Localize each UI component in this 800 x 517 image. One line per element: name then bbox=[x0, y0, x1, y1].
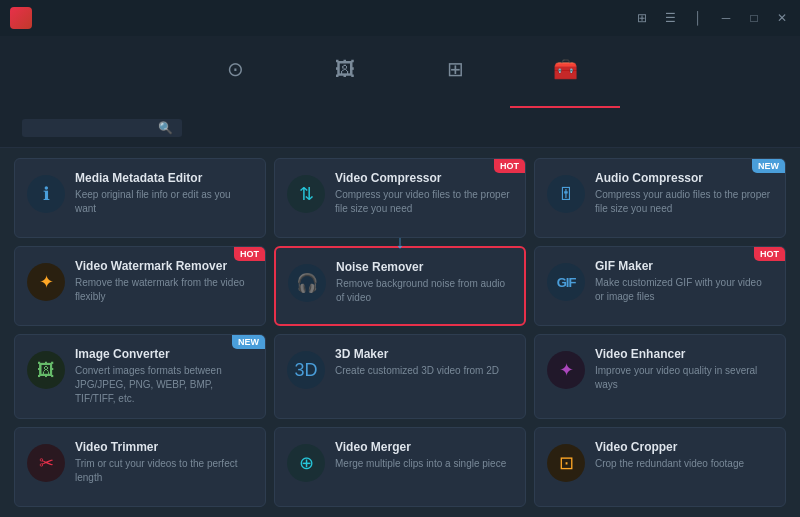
badge-hot: Hot bbox=[494, 159, 525, 173]
badge-hot: Hot bbox=[754, 247, 785, 261]
tab-converter[interactable]: ⊙ bbox=[180, 40, 290, 108]
gif-maker-info: GIF MakerMake customized GIF with your v… bbox=[595, 259, 773, 304]
video-trimmer-info: Video TrimmerTrim or cut your videos to … bbox=[75, 440, 253, 485]
toolbox-icon: 🧰 bbox=[553, 57, 578, 81]
badge-new: New bbox=[232, 335, 265, 349]
media-metadata-editor-desc: Keep original file info or edit as you w… bbox=[75, 188, 253, 216]
video-enhancer-desc: Improve your video quality in several wa… bbox=[595, 364, 773, 392]
video-merger-info: Video MergerMerge multiple clips into a … bbox=[335, 440, 513, 471]
audio-compressor-desc: Compress your audio files to the proper … bbox=[595, 188, 773, 216]
video-trimmer-desc: Trim or cut your videos to the perfect l… bbox=[75, 457, 253, 485]
audio-compressor-icon: 🎚 bbox=[547, 175, 585, 213]
tool-card-3d-maker[interactable]: 3D3D MakerCreate customized 3D video fro… bbox=[274, 334, 526, 419]
media-metadata-editor-info: Media Metadata EditorKeep original file … bbox=[75, 171, 253, 216]
tool-card-video-enhancer[interactable]: ✦Video EnhancerImprove your video qualit… bbox=[534, 334, 786, 419]
search-input-wrap[interactable]: 🔍 bbox=[22, 119, 182, 137]
tool-card-video-compressor[interactable]: Hot⇅Video CompressorCompress your video … bbox=[274, 158, 526, 238]
image-converter-desc: Convert images formats between JPG/JPEG,… bbox=[75, 364, 253, 406]
tools-grid: ℹMedia Metadata EditorKeep original file… bbox=[0, 148, 800, 517]
tool-card-audio-compressor[interactable]: New🎚Audio CompressorCompress your audio … bbox=[534, 158, 786, 238]
titlebar-left bbox=[10, 7, 40, 29]
video-trimmer-icon: ✂ bbox=[27, 444, 65, 482]
gif-maker-icon: GIF bbox=[547, 263, 585, 301]
media-metadata-editor-name: Media Metadata Editor bbox=[75, 171, 253, 185]
mv-icon: 🖼 bbox=[335, 58, 355, 81]
video-watermark-remover-desc: Remove the watermark from the video flex… bbox=[75, 276, 253, 304]
grid-icon[interactable]: ⊞ bbox=[634, 10, 650, 26]
tool-card-video-watermark-remover[interactable]: Hot✦Video Watermark RemoverRemove the wa… bbox=[14, 246, 266, 326]
badge-hot: Hot bbox=[234, 247, 265, 261]
audio-compressor-info: Audio CompressorCompress your audio file… bbox=[595, 171, 773, 216]
nav-bar: ⊙ 🖼 ⊞ 🧰 bbox=[0, 36, 800, 108]
video-cropper-icon: ⊡ bbox=[547, 444, 585, 482]
tab-mv[interactable]: 🖼 bbox=[290, 40, 400, 108]
gif-maker-desc: Make customized GIF with your video or i… bbox=[595, 276, 773, 304]
3d-maker-info: 3D MakerCreate customized 3D video from … bbox=[335, 347, 513, 378]
close-icon[interactable]: ✕ bbox=[774, 10, 790, 26]
collage-icon: ⊞ bbox=[447, 57, 464, 81]
video-merger-desc: Merge multiple clips into a single piece bbox=[335, 457, 513, 471]
titlebar: ⊞ ☰ │ ─ □ ✕ bbox=[0, 0, 800, 36]
video-enhancer-icon: ✦ bbox=[547, 351, 585, 389]
tool-card-media-metadata-editor[interactable]: ℹMedia Metadata EditorKeep original file… bbox=[14, 158, 266, 238]
audio-compressor-name: Audio Compressor bbox=[595, 171, 773, 185]
video-enhancer-name: Video Enhancer bbox=[595, 347, 773, 361]
tool-card-video-cropper[interactable]: ⊡Video CropperCrop the redundant video f… bbox=[534, 427, 786, 507]
noise-remover-info: Noise RemoverRemove background noise fro… bbox=[336, 260, 512, 305]
image-converter-icon: 🖼 bbox=[27, 351, 65, 389]
noise-remover-icon: 🎧 bbox=[288, 264, 326, 302]
video-merger-name: Video Merger bbox=[335, 440, 513, 454]
converter-icon: ⊙ bbox=[227, 57, 244, 81]
video-watermark-remover-icon: ✦ bbox=[27, 263, 65, 301]
video-compressor-desc: Compress your video files to the proper … bbox=[335, 188, 513, 216]
video-cropper-info: Video CropperCrop the redundant video fo… bbox=[595, 440, 773, 471]
noise-remover-name: Noise Remover bbox=[336, 260, 512, 274]
video-merger-icon: ⊕ bbox=[287, 444, 325, 482]
tool-card-video-merger[interactable]: ⊕Video MergerMerge multiple clips into a… bbox=[274, 427, 526, 507]
separator: │ bbox=[690, 10, 706, 26]
titlebar-controls: ⊞ ☰ │ ─ □ ✕ bbox=[634, 10, 790, 26]
tab-collage[interactable]: ⊞ bbox=[400, 40, 510, 108]
search-input[interactable] bbox=[28, 121, 158, 135]
video-compressor-name: Video Compressor bbox=[335, 171, 513, 185]
tool-card-video-trimmer[interactable]: ✂Video TrimmerTrim or cut your videos to… bbox=[14, 427, 266, 507]
menu-icon[interactable]: ☰ bbox=[662, 10, 678, 26]
gif-maker-name: GIF Maker bbox=[595, 259, 773, 273]
media-metadata-editor-icon: ℹ bbox=[27, 175, 65, 213]
minimize-icon[interactable]: ─ bbox=[718, 10, 734, 26]
video-trimmer-name: Video Trimmer bbox=[75, 440, 253, 454]
down-arrow-indicator: ↓ bbox=[396, 232, 405, 253]
video-cropper-name: Video Cropper bbox=[595, 440, 773, 454]
toolbar: 🔍 bbox=[0, 108, 800, 148]
3d-maker-name: 3D Maker bbox=[335, 347, 513, 361]
video-compressor-info: Video CompressorCompress your video file… bbox=[335, 171, 513, 216]
noise-remover-desc: Remove background noise from audio of vi… bbox=[336, 277, 512, 305]
image-converter-name: Image Converter bbox=[75, 347, 253, 361]
video-watermark-remover-info: Video Watermark RemoverRemove the waterm… bbox=[75, 259, 253, 304]
video-watermark-remover-name: Video Watermark Remover bbox=[75, 259, 253, 273]
tab-toolbox[interactable]: 🧰 bbox=[510, 40, 620, 108]
video-compressor-icon: ⇅ bbox=[287, 175, 325, 213]
tool-card-image-converter[interactable]: New🖼Image ConverterConvert images format… bbox=[14, 334, 266, 419]
tool-card-gif-maker[interactable]: HotGIFGIF MakerMake customized GIF with … bbox=[534, 246, 786, 326]
search-icon: 🔍 bbox=[158, 121, 173, 135]
video-enhancer-info: Video EnhancerImprove your video quality… bbox=[595, 347, 773, 392]
3d-maker-icon: 3D bbox=[287, 351, 325, 389]
tool-card-noise-remover[interactable]: 🎧Noise RemoverRemove background noise fr… bbox=[274, 246, 526, 326]
video-cropper-desc: Crop the redundant video footage bbox=[595, 457, 773, 471]
badge-new: New bbox=[752, 159, 785, 173]
maximize-icon[interactable]: □ bbox=[746, 10, 762, 26]
app-logo bbox=[10, 7, 32, 29]
image-converter-info: Image ConverterConvert images formats be… bbox=[75, 347, 253, 406]
3d-maker-desc: Create customized 3D video from 2D bbox=[335, 364, 513, 378]
